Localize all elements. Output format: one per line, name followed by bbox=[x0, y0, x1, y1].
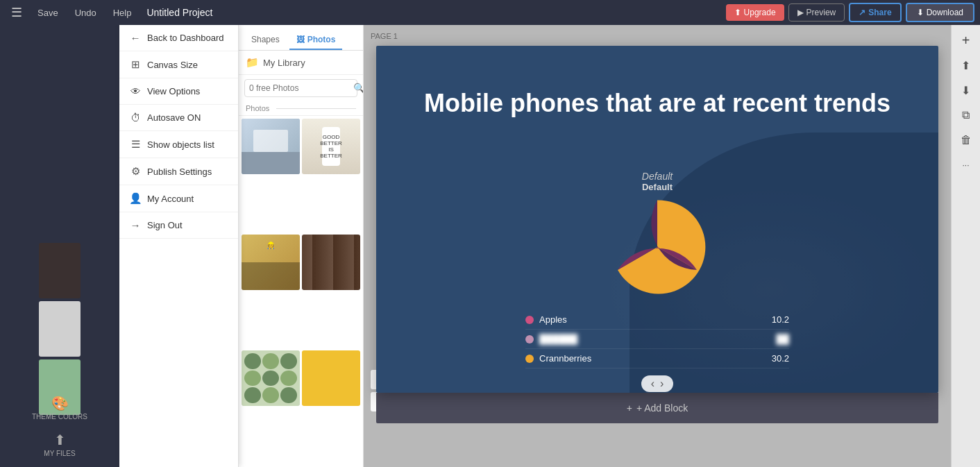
chart-default-italic: Default bbox=[518, 171, 796, 182]
legend-label-crannberries: Crannberries bbox=[539, 353, 591, 364]
legend-left-crannberries: Crannberries bbox=[525, 353, 591, 364]
search-input[interactable] bbox=[249, 83, 353, 93]
tab-photos[interactable]: 🖼 Photos bbox=[289, 31, 343, 50]
share-button[interactable]: ↗ Share bbox=[849, 3, 901, 22]
legend-left-apples: Apples bbox=[525, 314, 567, 325]
legend-dot-crannberries bbox=[525, 355, 534, 363]
sign-out-label: Sign Out bbox=[147, 220, 183, 230]
my-files-tool[interactable]: ⬆ MY FILES bbox=[0, 427, 119, 461]
publish-settings-label: Publish Settings bbox=[147, 167, 212, 177]
autosave-label: Autosave ON bbox=[147, 112, 201, 123]
folder-icon: 📁 bbox=[246, 56, 259, 69]
photo-thumb-3[interactable]: 👷 bbox=[242, 235, 300, 290]
my-files-label: MY FILES bbox=[44, 450, 75, 457]
pie-chart bbox=[605, 195, 709, 299]
legend-label-apples: Apples bbox=[539, 314, 567, 325]
sidebar-item-publish-settings[interactable]: ⚙ Publish Settings bbox=[119, 158, 238, 185]
back-icon: ← bbox=[129, 32, 142, 44]
duplicate-button[interactable]: ⧉ bbox=[955, 104, 977, 126]
upgrade-button[interactable]: ⬆ Upgrade bbox=[726, 4, 784, 21]
photos-grid: GOOD BETTER IS BETTER 👷 bbox=[239, 116, 363, 467]
sidebar-thumb-1[interactable] bbox=[39, 243, 81, 298]
undo-button[interactable]: Undo bbox=[68, 5, 103, 21]
photo-thumb-4[interactable] bbox=[302, 235, 360, 290]
photos-tabs: Shapes 🖼 Photos bbox=[239, 25, 363, 51]
chart-container[interactable]: Default Default bbox=[518, 171, 796, 392]
preview-button[interactable]: ▶ Preview bbox=[788, 3, 845, 22]
legend-label-item2: ██████ bbox=[539, 334, 577, 344]
share-label: Share bbox=[868, 8, 891, 17]
download-label: Download bbox=[927, 8, 963, 17]
delete-button[interactable]: 🗑 bbox=[955, 129, 977, 151]
photo-thumb-1[interactable] bbox=[242, 119, 300, 174]
canvas-wrapper: Mobile phones that are at recent trends … bbox=[376, 46, 938, 467]
photo-thumb-2[interactable]: GOOD BETTER IS BETTER bbox=[302, 119, 360, 174]
legend-row-item2: ██████ ██ bbox=[525, 330, 789, 349]
my-files-icon: ⬆ bbox=[54, 432, 66, 448]
sidebar-item-canvas-size[interactable]: ⊞ Canvas Size bbox=[119, 51, 238, 78]
page-prev-button[interactable]: ‹ bbox=[651, 377, 654, 390]
show-objects-label: Show objects list bbox=[147, 139, 214, 150]
add-block-label: + Add Block bbox=[636, 402, 688, 414]
tab-shapes[interactable]: Shapes bbox=[244, 31, 287, 50]
theme-colors-tool[interactable]: 🎨 THEME COLORS bbox=[0, 391, 119, 425]
sidebar-item-autosave[interactable]: ⏱ Autosave ON bbox=[119, 105, 238, 131]
page-next-button[interactable]: › bbox=[660, 377, 664, 390]
account-label: My Account bbox=[147, 194, 194, 204]
more-options-button[interactable]: ··· bbox=[955, 154, 977, 176]
share-icon: ↗ bbox=[859, 8, 865, 17]
photos-search-bar: 🔍 bbox=[244, 79, 357, 97]
project-title: Untitled Project bbox=[146, 7, 723, 18]
legend-dot-item2 bbox=[525, 335, 534, 343]
account-icon: 👤 bbox=[129, 192, 142, 205]
add-element-button[interactable]: + bbox=[955, 29, 977, 51]
upgrade-label: Upgrade bbox=[744, 8, 776, 17]
page-nav-area: ‹ › bbox=[518, 375, 796, 392]
topbar-right: ⬆ Upgrade ▶ Preview ↗ Share ⬇ Download bbox=[726, 3, 974, 22]
add-icon: + bbox=[627, 402, 632, 414]
add-block-bar[interactable]: + + Add Block bbox=[376, 393, 938, 423]
download-button[interactable]: ⬇ Download bbox=[906, 3, 974, 22]
canvas-size-label: Canvas Size bbox=[147, 60, 198, 70]
slide-title: Mobile phones that are at recent trends bbox=[376, 87, 938, 120]
chart-label-top: Default Default bbox=[518, 171, 796, 192]
preview-icon: ▶ bbox=[797, 8, 804, 17]
left-sidebar: ← Back to Dashboard ⊞ Canvas Size 👁 View… bbox=[0, 25, 119, 467]
canvas-size-icon: ⊞ bbox=[129, 58, 142, 71]
legend-dot-apples bbox=[525, 316, 534, 324]
align-top-button[interactable]: ⬆ bbox=[955, 54, 977, 76]
slide-canvas[interactable]: Mobile phones that are at recent trends … bbox=[376, 46, 938, 393]
chart-legend: Apples 10.2 ██████ ██ bbox=[518, 310, 796, 368]
main-layout: ← Back to Dashboard ⊞ Canvas Size 👁 View… bbox=[0, 25, 980, 467]
autosave-icon: ⏱ bbox=[129, 112, 142, 124]
photos-section-label: Photos bbox=[239, 101, 363, 116]
legend-row-apples: Apples 10.2 bbox=[525, 310, 789, 330]
photo-thumb-5[interactable] bbox=[242, 350, 300, 406]
sidebar-item-view-options[interactable]: 👁 View Options bbox=[119, 78, 238, 105]
save-button[interactable]: Save bbox=[31, 5, 65, 21]
sidebar-item-show-objects[interactable]: ☰ Show objects list bbox=[119, 131, 238, 158]
legend-value-apples: 10.2 bbox=[772, 314, 789, 325]
search-icon[interactable]: 🔍 bbox=[353, 83, 364, 94]
sidebar-item-my-account[interactable]: 👤 My Account bbox=[119, 185, 238, 212]
chart-default-normal: Default bbox=[518, 182, 796, 192]
photos-icon: 🖼 bbox=[296, 35, 305, 44]
sidebar-thumb-2[interactable] bbox=[39, 301, 81, 357]
view-options-icon: 👁 bbox=[129, 85, 142, 97]
page-label: PAGE 1 bbox=[371, 32, 398, 40]
photo-thumb-6[interactable] bbox=[302, 350, 360, 406]
legend-value-item2: ██ bbox=[777, 334, 789, 344]
menu-icon[interactable]: ☰ bbox=[6, 2, 28, 23]
my-library-row[interactable]: 📁 My Library bbox=[239, 51, 363, 75]
sidebar-item-sign-out[interactable]: → Sign Out bbox=[119, 212, 238, 239]
legend-left-item2: ██████ bbox=[525, 334, 577, 344]
help-button[interactable]: Help bbox=[106, 5, 139, 21]
show-objects-icon: ☰ bbox=[129, 138, 142, 151]
back-label: Back to Dashboard bbox=[147, 33, 224, 43]
right-sidebar: + ⬆ ⬇ ⧉ 🗑 ··· bbox=[951, 25, 980, 467]
align-center-button[interactable]: ⬇ bbox=[955, 79, 977, 101]
sign-out-icon: → bbox=[129, 219, 142, 231]
sidebar-item-back-to-dashboard[interactable]: ← Back to Dashboard bbox=[119, 25, 238, 51]
download-icon: ⬇ bbox=[917, 8, 924, 17]
photos-tab-label: Photos bbox=[307, 35, 336, 44]
